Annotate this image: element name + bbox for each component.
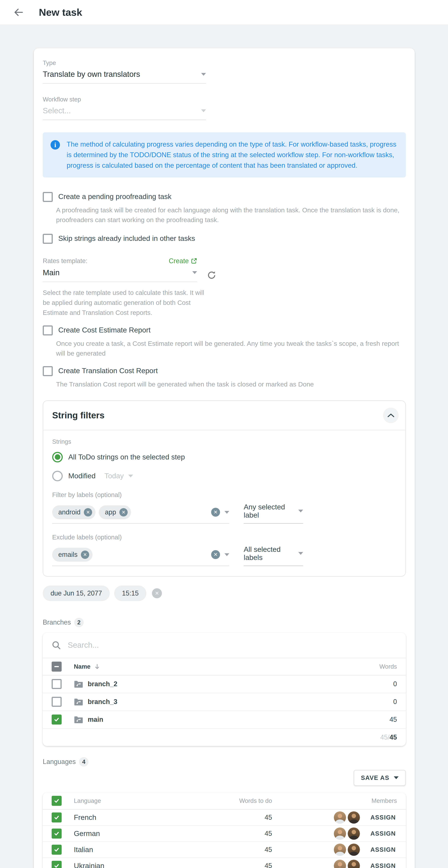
proofreading-checkbox[interactable] — [43, 192, 53, 202]
branch-row[interactable]: main 45 — [43, 711, 406, 729]
exclude-labels-mode-select[interactable]: All selected labels — [244, 545, 303, 566]
member-avatar[interactable] — [334, 843, 346, 856]
assign-button[interactable]: ASSIGN — [370, 860, 397, 868]
skip-strings-checkbox[interactable] — [43, 234, 53, 244]
caret-down-icon — [192, 271, 197, 274]
languages-count-badge: 4 — [79, 757, 89, 767]
avatar-photo — [334, 860, 346, 868]
caret-down-icon — [224, 553, 229, 556]
language-name: German — [74, 830, 208, 838]
cost-estimate-checkbox[interactable] — [43, 326, 53, 335]
language-checkbox[interactable] — [52, 812, 62, 823]
new-task-page: New task Type Translate by own translato… — [0, 0, 448, 868]
remove-due-date-icon[interactable]: ✕ — [152, 588, 162, 598]
modified-radio[interactable] — [52, 471, 63, 481]
type-select[interactable]: Translate by own translators — [43, 70, 206, 84]
language-column-header: Language — [74, 797, 208, 804]
clear-labels-icon[interactable]: ✕ — [211, 550, 220, 559]
proofreading-description: A proofreading task will be created for … — [56, 205, 403, 225]
rates-template-label: Rates template: — [43, 257, 88, 265]
member-avatar[interactable] — [348, 843, 360, 856]
branch-folder-icon — [74, 716, 83, 723]
chip-remove-icon[interactable]: ✕ — [81, 551, 89, 559]
total-words: 45 — [389, 734, 397, 741]
filter-labels-input[interactable]: android ✕ app ✕ ✕ — [52, 505, 229, 524]
modified-label: Modified — [68, 472, 95, 480]
avatar-photo — [334, 828, 346, 840]
progress-info-banner: i The method of calculating progress var… — [43, 132, 406, 178]
workflow-select[interactable]: Select... — [43, 106, 206, 120]
modified-range-select[interactable]: Today — [104, 472, 133, 480]
language-row[interactable]: Italian 45 ASSIGN — [43, 842, 406, 858]
language-checkbox[interactable] — [52, 861, 62, 868]
language-row[interactable]: Ukrainian 45 ASSIGN — [43, 858, 406, 868]
member-avatar[interactable] — [334, 860, 346, 868]
string-filters-title: String filters — [52, 410, 104, 421]
language-name: Italian — [74, 846, 208, 854]
chip-remove-icon[interactable]: ✕ — [119, 508, 128, 517]
save-as-row: SAVE AS — [43, 770, 406, 786]
branch-name: branch_3 — [88, 698, 117, 706]
chip-remove-icon[interactable]: ✕ — [84, 508, 92, 517]
clear-labels-icon[interactable]: ✕ — [211, 508, 220, 517]
branch-checkbox[interactable] — [52, 715, 62, 724]
caret-down-icon — [224, 511, 229, 514]
assign-button[interactable]: ASSIGN — [370, 844, 397, 856]
language-row[interactable]: German 45 ASSIGN — [43, 826, 406, 842]
all-todo-radio[interactable] — [52, 452, 63, 462]
due-date-chip[interactable]: due Jun 15, 2077 — [43, 586, 110, 601]
translation-cost-checkbox[interactable] — [43, 366, 53, 376]
member-avatar[interactable] — [334, 828, 346, 840]
language-row[interactable]: French 45 ASSIGN — [43, 810, 406, 826]
label-chip: emails ✕ — [52, 548, 93, 562]
create-rates-template-link[interactable]: Create — [169, 257, 197, 265]
select-all-languages-checkbox[interactable] — [52, 796, 62, 806]
branch-checkbox[interactable] — [52, 679, 62, 689]
back-button[interactable] — [12, 6, 25, 18]
filter-labels-mode-value: Any selected label — [244, 503, 298, 519]
chevron-up-icon — [387, 413, 394, 417]
refresh-rates-button[interactable] — [206, 270, 217, 281]
words-separator: / — [388, 734, 389, 741]
language-words: 45 — [208, 862, 272, 868]
assign-button[interactable]: ASSIGN — [370, 828, 397, 839]
branch-name: branch_2 — [88, 680, 117, 688]
branch-folder-icon — [74, 698, 83, 706]
exclude-labels-input[interactable]: emails ✕ ✕ — [52, 548, 229, 566]
cost-estimate-checkbox-block: Create Cost Estimate Report Once you cre… — [43, 326, 406, 359]
languages-section-label: Languages 4 — [43, 757, 406, 767]
due-time-chip[interactable]: 15:15 — [114, 586, 147, 601]
member-avatar[interactable] — [334, 811, 346, 824]
rates-template-select[interactable]: Main — [43, 268, 197, 282]
info-icon: i — [51, 140, 60, 150]
branch-row[interactable]: branch_2 0 — [43, 676, 406, 693]
save-as-button[interactable]: SAVE AS — [354, 770, 406, 786]
string-filters-panel: String filters Strings All ToDo strings … — [43, 400, 406, 577]
member-avatar[interactable] — [348, 828, 360, 840]
branch-checkbox[interactable] — [52, 697, 62, 707]
languages-table: Language Words to do Members French 45 A… — [43, 793, 406, 868]
workflow-placeholder: Select... — [43, 106, 71, 115]
filter-labels-mode-select[interactable]: Any selected label — [244, 503, 303, 524]
search-icon — [52, 641, 61, 650]
branches-count-badge: 2 — [74, 618, 84, 627]
language-checkbox[interactable] — [52, 845, 62, 855]
language-checkbox[interactable] — [52, 829, 62, 839]
select-all-branches-checkbox[interactable] — [52, 661, 62, 672]
exclude-labels-mode-value: All selected labels — [244, 545, 298, 562]
member-avatar[interactable] — [348, 811, 360, 824]
chip-label: app — [105, 508, 116, 516]
workflow-field-block: Workflow step Select... — [43, 96, 406, 120]
avatar-photo — [348, 811, 360, 824]
branch-row[interactable]: branch_3 0 — [43, 693, 406, 711]
branches-search-input[interactable] — [67, 640, 397, 650]
rates-template-help: Select the rate template used to calcula… — [43, 288, 205, 318]
strings-label: Strings — [52, 438, 396, 445]
name-column-header[interactable]: Name — [74, 663, 91, 670]
member-avatar[interactable] — [348, 860, 360, 868]
exclude-labels-group: Exclude labels (optional) emails ✕ ✕ — [52, 534, 396, 566]
branch-words: 0 — [347, 698, 397, 706]
collapse-panel-button[interactable] — [383, 408, 398, 423]
assign-button[interactable]: ASSIGN — [370, 812, 397, 823]
proofreading-checkbox-block: Create a pending proofreading task A pro… — [43, 192, 406, 225]
